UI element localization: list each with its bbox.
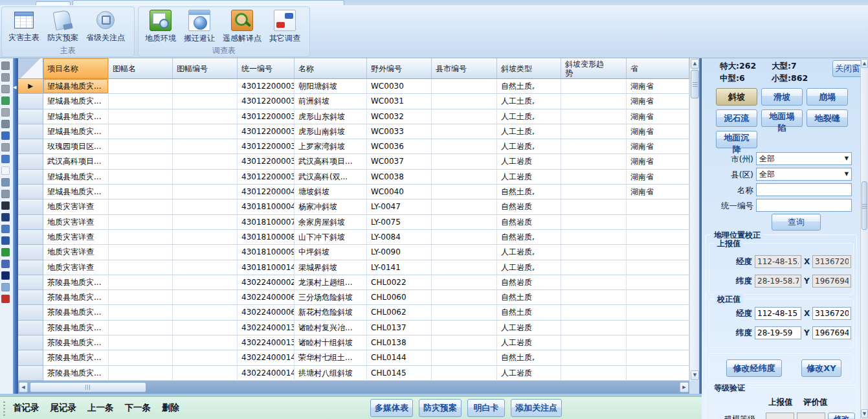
- table-cell[interactable]: [561, 124, 627, 139]
- table-cell[interactable]: 430122000040: [238, 185, 295, 199]
- table-cell[interactable]: [173, 199, 238, 214]
- table-cell[interactable]: 地质灾害详查: [43, 245, 109, 260]
- row-selector-cell[interactable]: [18, 185, 43, 199]
- table-row[interactable]: 地质灾害详查430181000075余家房屋斜坡LY-0075自然岩质: [18, 215, 689, 230]
- table-cell[interactable]: [561, 154, 627, 169]
- table-cell[interactable]: [109, 305, 173, 320]
- table-cell[interactable]: 自然土质,: [497, 350, 561, 365]
- table-cell[interactable]: 湖南省: [627, 154, 689, 169]
- nav-link[interactable]: 删除: [162, 397, 179, 419]
- table-cell[interactable]: [561, 245, 627, 260]
- table-cell[interactable]: [627, 321, 689, 335]
- table-cell[interactable]: [432, 199, 497, 214]
- table-cell[interactable]: [432, 185, 497, 199]
- table-cell[interactable]: 430122000030: [238, 79, 295, 94]
- table-cell[interactable]: CHL0145: [367, 366, 432, 381]
- table-cell[interactable]: WC0032: [367, 109, 432, 124]
- table-cell[interactable]: [561, 139, 627, 154]
- table-cell[interactable]: 湖南省: [627, 79, 689, 94]
- grid-vertical-scrollbar[interactable]: ▲ ▼: [689, 58, 699, 381]
- table-cell[interactable]: [109, 185, 173, 199]
- table-cell[interactable]: [561, 290, 627, 305]
- category-button[interactable]: 斜坡: [716, 88, 757, 106]
- table-cell[interactable]: 虎形山东斜坡: [295, 109, 367, 124]
- table-cell[interactable]: [109, 335, 173, 350]
- table-cell[interactable]: 430224000144: [238, 350, 295, 365]
- table-row[interactable]: 地质灾害详查430181000084山下冲下斜坡LY-0084自然岩质,: [18, 230, 689, 245]
- category-button[interactable]: 泥石流: [716, 109, 757, 127]
- table-cell[interactable]: [432, 230, 497, 245]
- table-cell[interactable]: 人工岩质: [497, 170, 561, 185]
- table-cell[interactable]: 430122000037: [238, 154, 295, 169]
- row-selector-cell[interactable]: [18, 124, 43, 139]
- table-cell[interactable]: 望城县地质灾...: [43, 185, 109, 199]
- table-cell[interactable]: [432, 139, 497, 154]
- table-icon[interactable]: [1, 155, 10, 163]
- table-cell[interactable]: 湖南省: [627, 185, 689, 199]
- table-cell[interactable]: [173, 305, 238, 320]
- table-cell[interactable]: 430122000031: [238, 94, 295, 109]
- row-selector-cell[interactable]: [18, 321, 43, 335]
- row-selector-cell[interactable]: [18, 199, 43, 214]
- table-cell[interactable]: [561, 94, 627, 109]
- table-cell[interactable]: [109, 94, 173, 109]
- table-cell[interactable]: 人工岩质,: [497, 245, 561, 260]
- grid-icon[interactable]: [1, 178, 10, 187]
- table-cell[interactable]: [432, 109, 497, 124]
- table-cell[interactable]: 人工岩质: [497, 366, 561, 381]
- table-cell[interactable]: 430181000084: [238, 230, 295, 245]
- table-cell[interactable]: 人工岩质: [497, 335, 561, 350]
- table-cell[interactable]: 虎形山南斜坡: [295, 124, 367, 139]
- reported-lon-field[interactable]: [755, 255, 801, 268]
- table-cell[interactable]: [432, 170, 497, 185]
- action-button[interactable]: 明白卡: [467, 399, 505, 417]
- table-cell[interactable]: [173, 230, 238, 245]
- table-cell[interactable]: 上罗家湾斜坡: [295, 139, 367, 154]
- scroll-left-icon[interactable]: ◀: [19, 382, 28, 392]
- link-icon[interactable]: [1, 260, 10, 268]
- table-cell[interactable]: CHL0137: [367, 321, 432, 335]
- query-button[interactable]: 查询: [772, 214, 821, 231]
- table-cell[interactable]: 430181000075: [238, 215, 295, 230]
- row-selector-cell[interactable]: [18, 215, 43, 230]
- column-header[interactable]: 图幅名: [109, 58, 173, 79]
- globe-icon[interactable]: [1, 96, 10, 105]
- table-cell[interactable]: LY-0084: [367, 230, 432, 245]
- table-cell[interactable]: 武汉高科项目...: [295, 154, 367, 169]
- column-header[interactable]: 野外编号: [367, 58, 432, 79]
- table-cell[interactable]: [627, 366, 689, 381]
- table-cell[interactable]: 430224000137: [238, 321, 295, 335]
- row-selector-cell[interactable]: [18, 245, 43, 260]
- modify-xy-button[interactable]: 修改XY: [801, 359, 841, 377]
- table-cell[interactable]: [173, 154, 238, 169]
- table-cell[interactable]: CHL0060: [367, 290, 432, 305]
- action-button[interactable]: 添加关注点: [511, 399, 562, 417]
- table-cell[interactable]: 430224000062: [238, 305, 295, 320]
- row-selector-cell[interactable]: ▶: [18, 79, 43, 94]
- table-cell[interactable]: [561, 350, 627, 365]
- row-selector-cell[interactable]: [18, 94, 43, 109]
- table-row[interactable]: ▶望城县地质灾...430122000030朝阳塘斜坡WC0030自然土质,湖南…: [18, 79, 689, 94]
- table-cell[interactable]: [173, 366, 238, 381]
- table-cell[interactable]: [109, 215, 173, 230]
- table-cell[interactable]: [432, 215, 497, 230]
- table-cell[interactable]: 人工土质,: [497, 124, 561, 139]
- table-cell[interactable]: [432, 366, 497, 381]
- table-cell[interactable]: [561, 185, 627, 199]
- scrollbar-thumb[interactable]: [30, 382, 146, 392]
- name-input[interactable]: [756, 183, 852, 196]
- table-row[interactable]: 茶陵县地质灾...430224000022龙溪村上趟组...CHL0022自然岩…: [18, 275, 689, 290]
- table-cell[interactable]: 武汉高科项目...: [43, 154, 109, 169]
- table-cell[interactable]: 渠城界斜坡: [295, 260, 367, 275]
- table-cell[interactable]: [432, 245, 497, 260]
- table-cell[interactable]: [173, 290, 238, 305]
- row-selector-cell[interactable]: [18, 335, 43, 350]
- table-cell[interactable]: [109, 154, 173, 169]
- table-cell[interactable]: [627, 305, 689, 320]
- table-cell[interactable]: 望城县地质灾...: [43, 94, 109, 109]
- table-cell[interactable]: 430224000022: [238, 275, 295, 290]
- ribbon-button[interactable]: 其它调查: [265, 8, 304, 45]
- splitter-bar[interactable]: ◀: [13, 58, 18, 394]
- table-cell[interactable]: [173, 139, 238, 154]
- table-cell[interactable]: [173, 335, 238, 350]
